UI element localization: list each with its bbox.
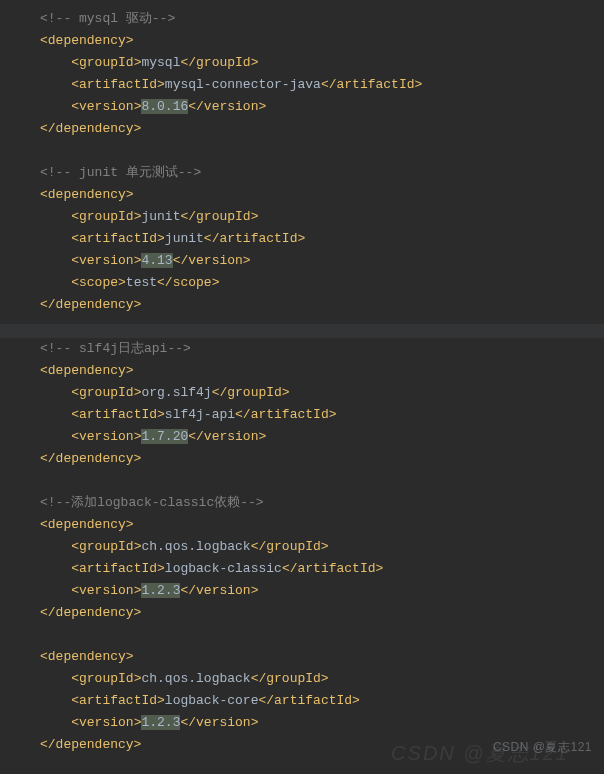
- tag-close-version: </version>: [188, 429, 266, 444]
- tag-open-groupid: <groupId>: [71, 55, 141, 70]
- groupid-value: ch.qos.logback: [141, 539, 250, 554]
- tag-close-groupid: </groupId>: [251, 671, 329, 686]
- comment-slf4j: <!-- slf4j日志api-->: [40, 341, 191, 356]
- groupid-value: mysql: [141, 55, 180, 70]
- tag-open-groupid: <groupId>: [71, 671, 141, 686]
- scope-value: test: [126, 275, 157, 290]
- tag-open-groupid: <groupId>: [71, 209, 141, 224]
- version-value: 1.7.20: [141, 429, 188, 444]
- tag-close-artifactid: </artifactId>: [204, 231, 305, 246]
- tag-open-groupid: <groupId>: [71, 539, 141, 554]
- tag-open-version: <version>: [71, 253, 141, 268]
- tag-close-groupid: </groupId>: [180, 55, 258, 70]
- tag-close-artifactid: </artifactId>: [235, 407, 336, 422]
- tag-open-scope: <scope>: [71, 275, 126, 290]
- comment-junit: <!-- junit 单元测试-->: [40, 165, 201, 180]
- tag-close-dependency: </dependency>: [40, 121, 141, 136]
- tag-close-version: </version>: [180, 583, 258, 598]
- groupid-value: org.slf4j: [141, 385, 211, 400]
- tag-open-dependency: <dependency>: [40, 363, 134, 378]
- tag-open-dependency: <dependency>: [40, 649, 134, 664]
- tag-close-artifactid: </artifactId>: [282, 561, 383, 576]
- tag-close-scope: </scope>: [157, 275, 219, 290]
- tag-close-version: </version>: [180, 715, 258, 730]
- tag-close-groupid: </groupId>: [212, 385, 290, 400]
- tag-close-groupid: </groupId>: [180, 209, 258, 224]
- tag-open-artifactid: <artifactId>: [71, 693, 165, 708]
- artifactid-value: logback-core: [165, 693, 259, 708]
- tag-close-groupid: </groupId>: [251, 539, 329, 554]
- tag-open-dependency: <dependency>: [40, 517, 134, 532]
- tag-close-dependency: </dependency>: [40, 737, 141, 752]
- version-value: 8.0.16: [141, 99, 188, 114]
- tag-close-artifactid: </artifactId>: [321, 77, 422, 92]
- tag-open-version: <version>: [71, 583, 141, 598]
- tag-open-artifactid: <artifactId>: [71, 231, 165, 246]
- artifactid-value: junit: [165, 231, 204, 246]
- watermark: CSDN @夏志121: [493, 736, 592, 758]
- tag-close-dependency: </dependency>: [40, 605, 141, 620]
- version-value: 1.2.3: [141, 583, 180, 598]
- tag-open-groupid: <groupId>: [71, 385, 141, 400]
- comment-mysql: <!-- mysql 驱动-->: [40, 11, 175, 26]
- tag-close-dependency: </dependency>: [40, 297, 141, 312]
- tag-open-artifactid: <artifactId>: [71, 77, 165, 92]
- comment-logback-classic: <!--添加logback-classic依赖-->: [40, 495, 264, 510]
- groupid-value: ch.qos.logback: [141, 671, 250, 686]
- artifactid-value: logback-classic: [165, 561, 282, 576]
- code-block: <!-- mysql 驱动--> <dependency> <groupId>m…: [0, 0, 604, 764]
- artifactid-value: mysql-connector-java: [165, 77, 321, 92]
- tag-open-dependency: <dependency>: [40, 187, 134, 202]
- tag-open-artifactid: <artifactId>: [71, 561, 165, 576]
- version-value: 1.2.3: [141, 715, 180, 730]
- tag-close-version: </version>: [188, 99, 266, 114]
- tag-open-version: <version>: [71, 99, 141, 114]
- groupid-value: junit: [141, 209, 180, 224]
- tag-open-artifactid: <artifactId>: [71, 407, 165, 422]
- tag-close-dependency: </dependency>: [40, 451, 141, 466]
- tag-close-version: </version>: [173, 253, 251, 268]
- tag-open-dependency: <dependency>: [40, 33, 134, 48]
- tag-open-version: <version>: [71, 715, 141, 730]
- artifactid-value: slf4j-api: [165, 407, 235, 422]
- version-value: 4.13: [141, 253, 172, 268]
- tag-close-artifactid: </artifactId>: [258, 693, 359, 708]
- tag-open-version: <version>: [71, 429, 141, 444]
